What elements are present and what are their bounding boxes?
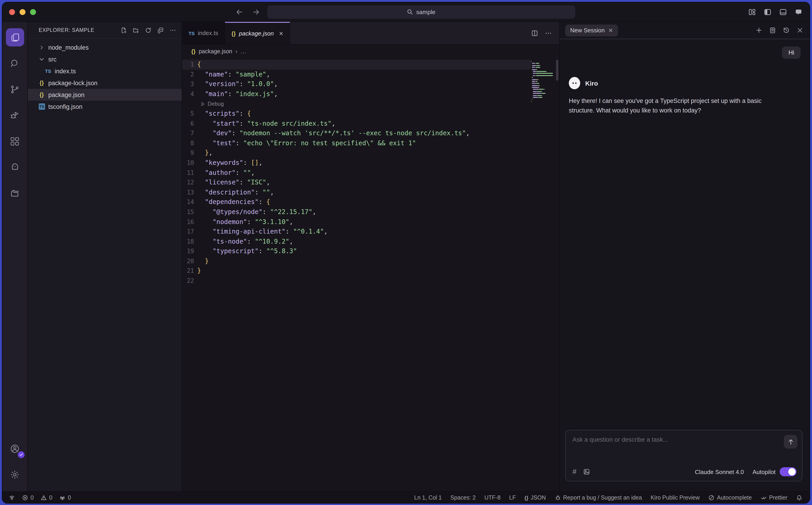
split-editor-icon[interactable]: [531, 29, 538, 37]
code-line-6[interactable]: 6 "start": "ts-node src/index.ts",: [182, 119, 559, 128]
window-controls: [2, 9, 43, 15]
plus-icon[interactable]: [756, 27, 762, 34]
code-line-10[interactable]: 10 "keywords": [],: [182, 158, 559, 168]
status-item-autocomplete[interactable]: Autocomplete: [708, 494, 752, 501]
image-attach-icon[interactable]: [583, 468, 590, 475]
session-close-icon[interactable]: ✕: [609, 27, 613, 33]
breadcrumb-file[interactable]: package.json: [199, 48, 232, 54]
line-number: 14: [182, 197, 194, 207]
code-line-1[interactable]: 1{: [182, 60, 531, 69]
status-item-lf[interactable]: LF: [509, 494, 516, 501]
status-item-prettier[interactable]: Prettier: [760, 494, 787, 501]
file-tree-item-src[interactable]: src: [28, 53, 182, 65]
code-line-22[interactable]: 22: [182, 276, 559, 286]
tab-close-icon[interactable]: ✕: [279, 30, 283, 37]
send-button[interactable]: [784, 435, 797, 449]
collapse-all-icon[interactable]: [157, 27, 164, 33]
new-folder-icon[interactable]: [133, 27, 139, 33]
chat-messages: Hi Kiro Hey there! I can see you've got …: [560, 39, 810, 491]
code-line-12[interactable]: 12 "license": "ISC",: [182, 178, 559, 187]
activity-item-extensions[interactable]: [6, 132, 24, 150]
minimize-window-button[interactable]: [20, 9, 25, 15]
code-line-8[interactable]: 8 "test": "echo \"Error: no test specifi…: [182, 138, 559, 148]
file-tree-item-package-lock.json[interactable]: {}package-lock.json: [28, 77, 182, 89]
task-list-icon[interactable]: [769, 27, 776, 34]
activity-item-run-debug[interactable]: [6, 106, 24, 124]
activity-item-search[interactable]: [6, 54, 24, 72]
status-item-kiro-public-preview[interactable]: Kiro Public Preview: [651, 494, 699, 501]
model-selector[interactable]: Claude Sonnet 4.0: [695, 468, 746, 475]
code-line-14[interactable]: 14 "dependencies": {: [182, 197, 559, 207]
code-line-13[interactable]: 13 "description": "",: [182, 187, 559, 197]
more-actions-icon[interactable]: [545, 29, 552, 37]
line-text: "keywords": [],: [194, 158, 263, 168]
search-icon: [407, 9, 413, 15]
status-item-utf-8[interactable]: UTF-8: [484, 494, 500, 501]
new-file-icon[interactable]: [120, 27, 127, 33]
back-arrow-icon[interactable]: [235, 8, 243, 16]
code-line-17[interactable]: 17 "timing-api-client": "^0.1.4",: [182, 227, 559, 236]
breadcrumb[interactable]: {} package.json › …: [182, 45, 559, 58]
file-tree-item-node_modules[interactable]: node_modules: [28, 41, 182, 53]
tab-label: index.ts: [198, 30, 218, 36]
activity-item-settings[interactable]: [6, 465, 24, 484]
code-line-7[interactable]: 7 "dev": "nodemon --watch 'src/**/*.ts' …: [182, 128, 559, 138]
status-item-json[interactable]: {}JSON: [524, 494, 546, 501]
code-line-5[interactable]: 5 "scripts": {: [182, 109, 559, 119]
breadcrumb-separator: ›: [235, 48, 237, 54]
code-editor[interactable]: 1{2 "name": "sample",3 "version": "1.0.0…: [182, 58, 559, 491]
command-center-search[interactable]: sample: [267, 5, 575, 18]
code-line-3[interactable]: 3 "version": "1.0.0",: [182, 79, 559, 89]
status-item-bell[interactable]: [796, 494, 802, 501]
code-line-9[interactable]: 9 },: [182, 148, 559, 158]
file-tree-item-tsconfig.json[interactable]: TStsconfig.json: [28, 101, 182, 113]
code-line-11[interactable]: 11 "author": "",: [182, 168, 559, 178]
close-window-button[interactable]: [9, 9, 15, 15]
activity-item-folders[interactable]: [6, 184, 24, 202]
chat-bubble-icon[interactable]: [795, 8, 802, 16]
status-item-ln-1-col-1[interactable]: Ln 1, Col 1: [414, 494, 442, 501]
codelens-debug[interactable]: Debug: [182, 99, 559, 109]
context-hash-icon[interactable]: #: [573, 468, 577, 476]
file-tree-item-package.json[interactable]: {}package.json: [28, 89, 182, 101]
close-icon[interactable]: [797, 27, 803, 34]
editor-tab-package.json[interactable]: {}package.json✕: [225, 22, 290, 44]
activity-item-source-control[interactable]: [6, 80, 24, 98]
code-line-19[interactable]: 19 "typescript": "^5.8.3": [182, 246, 559, 257]
status-label: LF: [509, 494, 516, 501]
code-line-15[interactable]: 15 "@types/node": "^22.15.17",: [182, 207, 559, 217]
editor-scrollbar[interactable]: [556, 60, 558, 80]
warning-triangle-icon: [40, 494, 47, 501]
maximize-window-button[interactable]: [30, 9, 36, 15]
session-tab[interactable]: New Session ✕: [565, 24, 618, 36]
breadcrumb-more[interactable]: …: [240, 48, 246, 54]
code-line-4[interactable]: 4 "main": "index.js",: [182, 89, 559, 99]
status-item-spaces-2[interactable]: Spaces: 2: [450, 494, 476, 501]
editor-tab-index.ts[interactable]: TSindex.ts: [182, 22, 225, 44]
panel-left-icon[interactable]: [764, 8, 772, 16]
more-icon[interactable]: [169, 27, 176, 33]
activity-item-account[interactable]: [6, 440, 24, 458]
status-item-report-a-bug-suggest-an-idea[interactable]: Report a bug / Suggest an idea: [554, 494, 642, 501]
code-line-20[interactable]: 20 }: [182, 257, 559, 266]
status-item-0[interactable]: 0: [59, 494, 71, 501]
status-item-0[interactable]: 0: [40, 494, 52, 501]
autopilot-toggle[interactable]: [780, 467, 797, 476]
forward-arrow-icon[interactable]: [252, 8, 260, 16]
minimap[interactable]: [531, 60, 553, 105]
panel-bottom-icon[interactable]: [779, 8, 787, 16]
code-line-16[interactable]: 16 "nodemon": "^3.1.10",: [182, 217, 559, 227]
history-icon[interactable]: [783, 27, 790, 34]
file-tree-item-index.ts[interactable]: TSindex.ts: [28, 65, 182, 77]
code-line-18[interactable]: 18 "ts-node": "^10.9.2",: [182, 236, 559, 246]
activity-item-kiro-chat[interactable]: [6, 158, 24, 176]
layout-grid-icon[interactable]: [748, 8, 756, 16]
status-item-remote-indicator[interactable]: [9, 494, 15, 501]
code-line-2[interactable]: 2 "name": "sample",: [182, 69, 559, 79]
activity-item-explorer[interactable]: [6, 28, 24, 46]
status-item-0[interactable]: 0: [22, 494, 34, 501]
line-number: 16: [182, 217, 194, 227]
chat-input[interactable]: Ask a question or describe a task... # C…: [565, 430, 802, 481]
code-line-21[interactable]: 21}: [182, 266, 559, 276]
refresh-icon[interactable]: [145, 27, 152, 33]
